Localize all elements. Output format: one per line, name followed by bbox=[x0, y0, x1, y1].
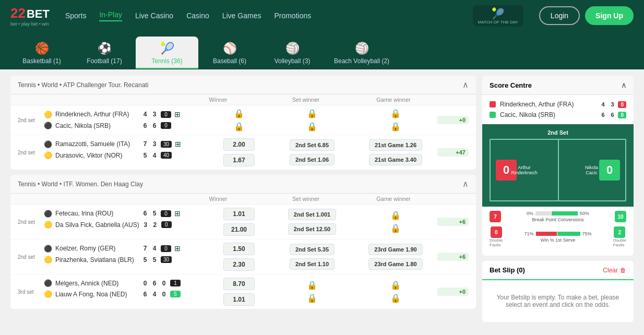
odds-winner-d2[interactable]: 1.67 bbox=[223, 154, 255, 166]
main-nav: Sports In-Play Live Casino Casino Live G… bbox=[65, 10, 457, 21]
set-label-koelzer: 2nd set bbox=[18, 243, 44, 271]
grid-icon-rinderknech[interactable]: ⊞ bbox=[174, 110, 181, 118]
stat-bar-right-faults bbox=[557, 232, 580, 236]
stat-middle-faults: 71% 75% Win % 1st Serve bbox=[507, 231, 609, 243]
tab-baseball[interactable]: ⚾ Baseball (6) bbox=[198, 37, 261, 69]
score-badge-fetecau: 0 bbox=[161, 210, 171, 217]
plus-more-2[interactable]: +47 bbox=[437, 148, 469, 157]
score-3-melgers: 0 bbox=[161, 280, 167, 287]
odds-set-pirazhenka[interactable]: 2nd Set 1.10 bbox=[290, 258, 335, 270]
logo-tagline: bet • play bet • win bbox=[10, 21, 49, 27]
players-col-melgers: ⚫ Melgers, Annick (NED) 0 6 0 1 🟡 Liauw … bbox=[44, 278, 197, 306]
signup-button[interactable]: Sign Up bbox=[585, 6, 634, 25]
flag-red-icon bbox=[490, 101, 496, 107]
player-flag-durasovic: 🟡 bbox=[44, 151, 52, 159]
nav-live-casino[interactable]: Live Casino bbox=[135, 11, 173, 20]
odds-winner-liauw[interactable]: 1.01 bbox=[223, 293, 255, 306]
bet-slip: Bet Slip (0) Clear 🗑 Your Betslip is emp… bbox=[482, 261, 634, 322]
odds-set-dasilva[interactable]: 2nd Set 12.50 bbox=[288, 223, 336, 235]
player-row-durasovic: 🟡 Durasovic, Viktor (NOR) 5 4 40 bbox=[44, 150, 197, 161]
tab-basketball[interactable]: 🏀 Basketball (1) bbox=[10, 37, 73, 69]
stat-middle-aces: 0% 50% Break Point Conversions bbox=[505, 211, 611, 222]
stat-label-faults-left: DoubleFaults bbox=[490, 238, 503, 247]
player-name-liauw: Liauw A Fong, Noa (NED) bbox=[55, 291, 139, 298]
odds-winner-fetecau[interactable]: 1.01 bbox=[223, 208, 255, 220]
odds-game-r2[interactable]: 21st Game 1.26 bbox=[369, 139, 422, 151]
volleyball-icon: 🏐 bbox=[285, 42, 300, 55]
plus-more-1[interactable]: +0 bbox=[437, 116, 469, 124]
odds-set-koelzer[interactable]: 2nd Set 5.35 bbox=[290, 244, 335, 255]
score-1-koelzer: 7 bbox=[142, 245, 148, 252]
tab-tennis[interactable]: 🎾 Tennis (36) bbox=[136, 37, 198, 69]
odds-winner-melgers[interactable]: 8.70 bbox=[223, 278, 255, 290]
court-score-right: 0 bbox=[599, 160, 620, 181]
score-1-cacic: 6 bbox=[142, 122, 148, 129]
score-val-4: 4 bbox=[599, 101, 606, 108]
set-label-melgers: 3rd set bbox=[18, 278, 44, 306]
odds-winner-r2[interactable]: 2.00 bbox=[223, 138, 255, 151]
odds-set-d2[interactable]: 2nd Set 1.06 bbox=[290, 154, 335, 165]
odds-winner-dasilva[interactable]: 21.00 bbox=[223, 223, 255, 236]
col-header-winner-itf: Winner bbox=[174, 196, 262, 202]
nav-inplay[interactable]: In-Play bbox=[99, 10, 122, 21]
collapse-button-atp[interactable]: ∧ bbox=[462, 80, 469, 90]
odds-game-d2[interactable]: 21st Game 3.40 bbox=[369, 154, 422, 165]
odds-set-fetecau[interactable]: 2nd Set 1.001 bbox=[288, 209, 336, 220]
score-badge-dasilva: 0 bbox=[161, 221, 172, 228]
odds-winner-koelzer[interactable]: 1.50 bbox=[223, 243, 255, 255]
odds-game-koelzer[interactable]: 23rd Game 1.90 bbox=[368, 244, 422, 255]
nav-promotions[interactable]: Promotions bbox=[274, 11, 311, 20]
odds-winner-pirazhenka[interactable]: 2.30 bbox=[223, 258, 255, 271]
tab-football[interactable]: ⚽ Football (17) bbox=[73, 37, 136, 69]
lock-set-melgers: 🔒 bbox=[307, 280, 317, 290]
plus-more-melgers[interactable]: +0 bbox=[437, 288, 469, 296]
player-row-melgers: ⚫ Melgers, Annick (NED) 0 6 0 1 bbox=[44, 278, 197, 289]
grid-icon-fetecau[interactable]: ⊞ bbox=[174, 209, 181, 218]
players-col-1: 🟡 Rinderknech, Arthur (FRA) 4 3 0 ⊞ ⚫ Ca… bbox=[44, 109, 197, 131]
plus-more-koelzer[interactable]: +6 bbox=[437, 253, 469, 261]
match-of-day-label: MATCH OF THE DAY bbox=[478, 20, 518, 25]
match-set-melgers: 3rd set ⚫ Melgers, Annick (NED) 0 6 0 1 … bbox=[10, 274, 476, 309]
set-label-2: 2nd set bbox=[18, 138, 44, 166]
plus-more-fetecau[interactable]: +6 bbox=[437, 218, 469, 226]
player-name-dasilva: Da Silva Fick, Gabriella (AUS) bbox=[55, 221, 139, 229]
odds-set-r2[interactable]: 2nd Set 6.85 bbox=[290, 139, 335, 151]
player-flag-koelzer: ⚫ bbox=[44, 245, 52, 253]
logo[interactable]: 22 BET bet • play bet • win bbox=[10, 5, 50, 27]
tab-beach-volleyball[interactable]: 🏐 Beach Volleyball (2) bbox=[324, 37, 400, 69]
score-val-3: 3 bbox=[609, 101, 616, 108]
bet-slip-clear-button[interactable]: Clear 🗑 bbox=[603, 267, 626, 274]
col-header-game-winner-itf: Game winner bbox=[350, 196, 437, 202]
player-flag-pirazhenka: 🟡 bbox=[44, 256, 52, 264]
score-centre-collapse[interactable]: ∧ bbox=[621, 81, 626, 89]
score-badge-rinderknech: 0 bbox=[161, 111, 171, 118]
score-3-liauw: 0 bbox=[161, 291, 167, 298]
player-name-rinderknech: Rinderknech, Arthur (FRA) bbox=[55, 111, 139, 118]
collapse-button-itf[interactable]: ∧ bbox=[462, 179, 469, 189]
score-2-koelzer: 4 bbox=[151, 245, 158, 252]
tab-volleyball[interactable]: 🏐 Volleyball (3) bbox=[261, 37, 324, 69]
nav-live-games[interactable]: Live Games bbox=[222, 11, 261, 20]
stat-row-faults: 0 DoubleFaults 71% 75% Win % 1st Ser bbox=[490, 226, 626, 247]
player-flag-cacic: ⚫ bbox=[44, 122, 52, 129]
grid-icon-koelzer[interactable]: ⊞ bbox=[174, 244, 181, 253]
tab-baseball-label: Baseball (6) bbox=[213, 57, 246, 65]
stats-section: 7 0% 50% Break Point Conversions 10 bbox=[482, 207, 634, 256]
score-name-rinderknech: Rinderknech, Arthur (FRA) bbox=[500, 101, 595, 108]
lock-game-melgers: 🔒 bbox=[390, 280, 401, 290]
score-player-cacic: Cacic, Nikola (SRB) 6 6 0 bbox=[490, 110, 626, 120]
nav-casino[interactable]: Casino bbox=[186, 11, 209, 20]
match-of-day[interactable]: 🎾 MATCH OF THE DAY bbox=[473, 5, 523, 27]
login-button[interactable]: Login bbox=[539, 6, 580, 25]
player-name-durasovic: Durasovic, Viktor (NOR) bbox=[55, 152, 139, 159]
score-1-melgers: 0 bbox=[142, 280, 148, 287]
score-2-cacic: 6 bbox=[151, 122, 158, 129]
odds-game-pirazhenka[interactable]: 23rd Game 1.80 bbox=[368, 258, 422, 270]
nav-sports[interactable]: Sports bbox=[65, 11, 86, 20]
player-name-pirazhenka: Pirazhenka, Sviatlana (BLR) bbox=[55, 256, 139, 264]
score-badge-cacic-right: 0 bbox=[618, 112, 626, 118]
stat-bar-right-aces bbox=[552, 211, 578, 216]
lock-game-r1: 🔒 bbox=[390, 109, 401, 118]
grid-icon-ramazzotti[interactable]: ⊞ bbox=[175, 140, 181, 148]
lock-game-fetecau: 🔒 bbox=[390, 210, 401, 220]
